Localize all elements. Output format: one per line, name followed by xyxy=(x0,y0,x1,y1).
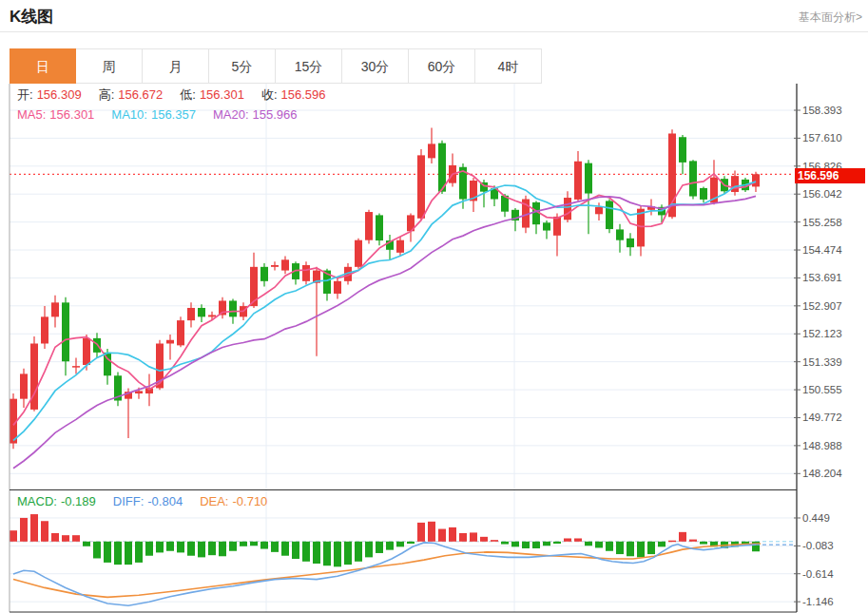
legend-item: MA20:155.966 xyxy=(213,107,301,122)
axis-tick-label: 148.988 xyxy=(802,440,842,451)
legend-item: MA5:156.301 xyxy=(17,107,98,122)
macd-bar xyxy=(323,542,331,565)
candle-body xyxy=(135,391,143,393)
legend-item: 低:156.301 xyxy=(180,87,248,102)
candle-body xyxy=(637,209,645,247)
axis-tick-label: 0.449 xyxy=(802,512,830,524)
ma-legend: MA5:156.301MA10:156.357MA20:155.966 xyxy=(17,107,315,122)
candle-body xyxy=(208,315,216,316)
macd-bar xyxy=(187,542,195,556)
macd-bar xyxy=(93,542,101,559)
macd-bar xyxy=(553,542,561,544)
macd-bar xyxy=(72,535,80,542)
macd-bar xyxy=(125,542,132,565)
macd-bar xyxy=(271,542,279,552)
macd-bar xyxy=(20,518,28,542)
candle-body xyxy=(302,265,310,281)
macd-bar xyxy=(470,532,477,541)
candle-body xyxy=(616,229,624,239)
legend-item: DIFF:-0.804 xyxy=(113,494,186,508)
macd-bar xyxy=(543,542,550,546)
macd-bar xyxy=(376,542,383,553)
macd-bar xyxy=(480,537,488,542)
macd-bar xyxy=(104,542,111,563)
macd-bar xyxy=(407,542,415,544)
macd-bar xyxy=(574,538,582,541)
candle-body xyxy=(543,222,550,230)
macd-bar xyxy=(396,542,404,547)
macd-bar xyxy=(627,542,634,556)
macd-bar xyxy=(177,542,184,553)
candle-body xyxy=(229,300,237,316)
candle-body xyxy=(355,240,362,267)
axis-tick-label: 158.393 xyxy=(802,105,842,116)
axis-tick-label: 152.907 xyxy=(802,300,842,312)
candle-body xyxy=(396,240,404,253)
macd-bar xyxy=(208,542,216,555)
macd-bar xyxy=(532,542,540,548)
macd-bar xyxy=(334,542,341,567)
macd-bar xyxy=(647,542,655,554)
macd-bar xyxy=(250,542,258,546)
macd-bar xyxy=(564,538,571,541)
macd-bar xyxy=(344,542,352,565)
candle-body xyxy=(198,308,205,316)
candle-body xyxy=(689,161,697,196)
macd-bar xyxy=(30,514,38,542)
macd-bar xyxy=(365,542,373,558)
candle-body xyxy=(62,302,69,361)
axis-tick-label: 156.042 xyxy=(802,188,842,200)
candle-body xyxy=(606,201,613,229)
macd-bar xyxy=(658,542,665,547)
macd-bar xyxy=(585,542,592,546)
candle-body xyxy=(752,174,760,186)
candle-body xyxy=(553,217,561,236)
macd-bar xyxy=(595,542,603,548)
macd-bar xyxy=(83,542,90,546)
macd-bar xyxy=(491,540,498,542)
macd-bar xyxy=(302,542,310,562)
axis-tick-label: 154.474 xyxy=(802,244,842,256)
axis-tick-label: 157.610 xyxy=(802,132,842,144)
macd-bar xyxy=(417,523,425,542)
macd-bar xyxy=(637,542,645,558)
candle-body xyxy=(585,163,592,194)
candle-body xyxy=(574,162,582,200)
legend-item: 开:156.309 xyxy=(17,87,86,102)
axis-tick-label: -0.083 xyxy=(802,540,834,551)
macd-bar xyxy=(386,542,394,550)
candle-body xyxy=(166,340,174,344)
macd-bar xyxy=(501,542,509,545)
candle-body xyxy=(83,338,90,365)
axis-tick-label: 149.772 xyxy=(802,412,842,423)
axis-tick-label: 155.258 xyxy=(802,217,842,228)
candle-body xyxy=(417,155,425,218)
legend-item: MACD:-0.189 xyxy=(17,494,100,508)
kline-page: K线图 基本面分析> 日周月5分15分30分60分4时 158.393157.6… xyxy=(0,0,868,613)
candle-body xyxy=(41,316,48,343)
macd-bar xyxy=(511,542,519,547)
legend-item: DEA:-0.710 xyxy=(200,494,271,508)
legend-item: MA10:156.357 xyxy=(111,107,200,122)
candle-body xyxy=(731,176,739,192)
candle-body xyxy=(260,267,268,281)
axis-tick-label: -0.614 xyxy=(802,568,834,580)
macd-bar xyxy=(240,542,247,546)
candle-body xyxy=(271,265,279,267)
macd-bar xyxy=(522,542,530,548)
axis-tick-label: 148.204 xyxy=(802,468,842,479)
macd-bar xyxy=(449,527,456,542)
candle-body xyxy=(627,239,634,247)
axis-tick-label: -1.146 xyxy=(802,596,834,607)
macd-bar xyxy=(10,530,17,542)
candle-body xyxy=(334,281,341,294)
candle-body xyxy=(20,374,28,398)
macd-bar xyxy=(668,541,676,543)
candle-body xyxy=(595,207,603,215)
candle-body xyxy=(700,188,707,200)
candle-body xyxy=(365,212,373,240)
macd-bar xyxy=(198,542,205,558)
macd-legend: MACD:-0.189DIFF:-0.804DEA:-0.710 xyxy=(17,494,284,508)
axis-tick-label: 150.555 xyxy=(802,384,842,395)
axis-tick-label: 152.123 xyxy=(802,328,842,339)
